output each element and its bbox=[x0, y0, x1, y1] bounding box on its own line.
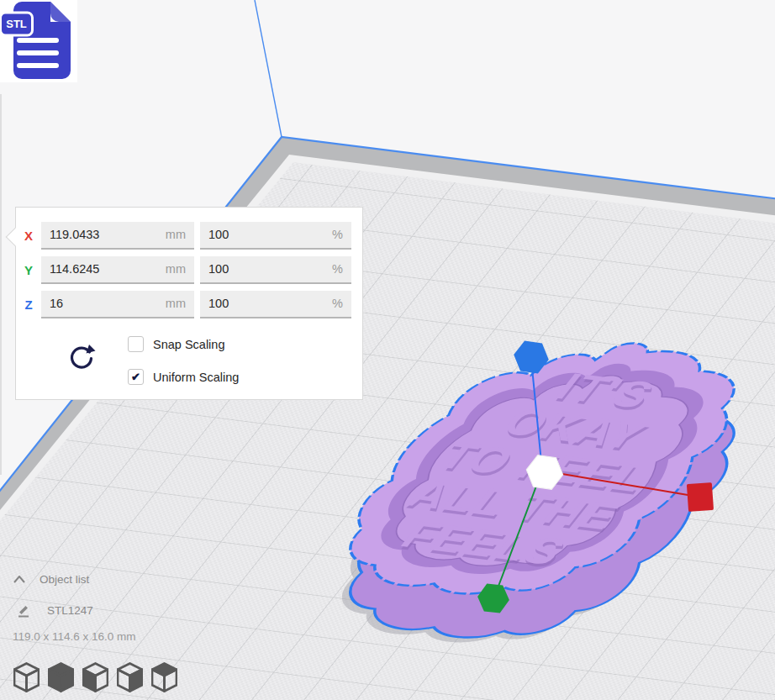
object-dimensions-row: 119.0 x 114.6 x 16.0 mm bbox=[13, 630, 136, 643]
snap-scaling-checkbox[interactable] bbox=[128, 336, 144, 352]
cube-3d-icon bbox=[13, 662, 40, 692]
cube-left-face-icon bbox=[82, 662, 108, 692]
stl-thumbnail: STL bbox=[0, 0, 77, 82]
text-bar bbox=[17, 50, 59, 55]
percent-unit-label: % bbox=[332, 262, 343, 276]
build-volume-edge bbox=[255, 0, 282, 137]
x-percent-input[interactable] bbox=[208, 228, 329, 241]
scale-row-z: Z mm % bbox=[16, 290, 362, 318]
cube-solid-icon bbox=[48, 662, 74, 692]
cube-right-face-icon bbox=[117, 662, 143, 692]
x-size-field[interactable]: mm bbox=[41, 222, 194, 250]
edit-pencil-icon[interactable] bbox=[17, 603, 30, 618]
x-percent-field[interactable]: % bbox=[200, 222, 351, 250]
text-bar bbox=[17, 63, 59, 68]
scale-row-x: X mm % bbox=[16, 221, 362, 250]
axis-label-y: Y bbox=[16, 263, 41, 277]
view-3d-button[interactable] bbox=[11, 660, 42, 695]
reset-scale-button[interactable] bbox=[66, 344, 97, 374]
mm-unit-label: mm bbox=[166, 297, 186, 310]
y-percent-field[interactable]: % bbox=[200, 256, 351, 284]
mm-unit-label: mm bbox=[166, 228, 186, 241]
scale-tool-panel: X mm % Y mm % Z mm % bbox=[15, 207, 363, 400]
cube-top-face-icon bbox=[151, 662, 177, 692]
checkbox-glyph: ✔ bbox=[131, 371, 140, 383]
percent-unit-label: % bbox=[332, 228, 343, 241]
object-dimensions: 119.0 x 114.6 x 16.0 mm bbox=[13, 630, 136, 643]
object-name: STL1247 bbox=[47, 604, 93, 617]
text-bar bbox=[17, 38, 59, 43]
stl-badge-label: STL bbox=[6, 18, 27, 30]
z-percent-input[interactable] bbox=[208, 297, 329, 310]
axis-label-x: X bbox=[16, 229, 41, 243]
mm-unit-label: mm bbox=[166, 262, 186, 276]
object-list-item[interactable]: STL1247 bbox=[17, 603, 93, 618]
z-size-field[interactable]: mm bbox=[41, 291, 194, 318]
cura-viewport: { "colors": { "background": "#f6f6f7", "… bbox=[0, 0, 775, 700]
z-size-input[interactable] bbox=[50, 297, 162, 310]
x-size-input[interactable] bbox=[50, 228, 162, 241]
y-size-input[interactable] bbox=[50, 262, 162, 276]
object-list-title: Object list bbox=[40, 573, 89, 586]
axis-label-z: Z bbox=[16, 297, 41, 312]
left-panel-divider bbox=[0, 94, 2, 475]
uniform-scaling-label[interactable]: Uniform Scaling bbox=[153, 371, 239, 384]
document-fold-flap bbox=[50, 2, 71, 22]
view-left-button[interactable] bbox=[114, 660, 145, 695]
snap-scaling-row: Snap Scaling bbox=[128, 336, 224, 352]
uniform-scaling-checkbox[interactable]: ✔ bbox=[128, 369, 144, 385]
x-scale-handle[interactable] bbox=[687, 482, 714, 512]
object-list-header[interactable]: Object list bbox=[13, 573, 89, 586]
scale-row-y: Y mm % bbox=[16, 255, 362, 284]
view-front-button[interactable] bbox=[45, 660, 76, 695]
chevron-up-icon[interactable] bbox=[13, 576, 25, 583]
snap-scaling-label[interactable]: Snap Scaling bbox=[153, 338, 224, 351]
view-top-button[interactable] bbox=[80, 660, 111, 695]
uniform-scaling-row: ✔ Uniform Scaling bbox=[128, 369, 239, 385]
stl-file-icon: STL bbox=[0, 0, 77, 82]
reset-rotate-ccw-icon bbox=[67, 344, 96, 372]
percent-unit-label: % bbox=[332, 297, 343, 310]
view-right-button[interactable] bbox=[149, 660, 180, 695]
z-percent-field[interactable]: % bbox=[200, 291, 351, 318]
camera-view-toolbar bbox=[11, 660, 180, 695]
y-percent-input[interactable] bbox=[208, 262, 329, 276]
y-size-field[interactable]: mm bbox=[41, 256, 194, 284]
